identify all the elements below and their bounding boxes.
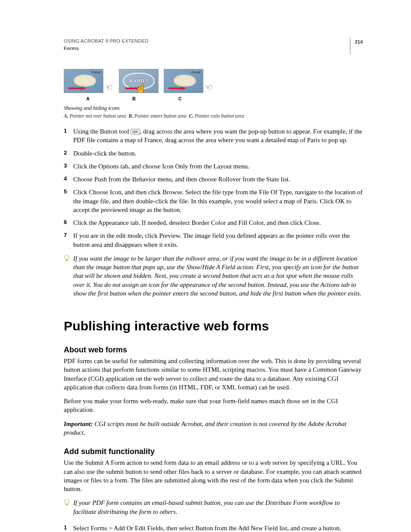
arrow-icon <box>68 87 87 90</box>
figure-showing-hiding-icons: Kauai ☜ KAHILI ☝ Kauai ☜ <box>64 69 363 119</box>
island-shape-icon <box>74 75 96 87</box>
heading-about-web-forms: About web forms <box>64 345 363 355</box>
steps-list: Using the Button tool OK, drag across th… <box>64 127 363 249</box>
figure-caption: Showing and hiding icons <box>64 105 363 112</box>
step-1-pre: Using the Button tool <box>73 128 131 135</box>
important-text: CGI scripts must be built outside Acroba… <box>64 420 346 436</box>
legend-a-text: Pointer not over button area <box>69 113 126 118</box>
tip-rollover: If you want the image to be larger than … <box>64 254 363 298</box>
submit-steps: Select Forms > Add Or Edit Fields, then … <box>64 524 363 532</box>
tip-rollover-text: If you want the image to be larger than … <box>73 255 361 297</box>
important-label: Important: <box>64 420 93 427</box>
ok-button-icon: OK <box>131 129 140 135</box>
running-head-left: USING ACROBAT 9 PRO EXTENDED Forms <box>64 38 149 52</box>
thumb-a-map-label: Kauai <box>92 70 100 75</box>
step-3: Click the Options tab, and choose Icon O… <box>64 162 363 171</box>
svg-rect-2 <box>66 504 68 505</box>
lightbulb-icon <box>64 499 70 507</box>
step-7: If you are in the edit mode, click Previ… <box>64 231 363 249</box>
running-head: USING ACROBAT 9 PRO EXTENDED Forms 214 <box>64 38 363 54</box>
thumb-b: KAHILI ☝ <box>119 69 159 93</box>
thumb-label-b: B <box>112 96 156 102</box>
hand-cursor-icon: ☝ <box>135 84 146 93</box>
tip-distribute-text: If your PDF form contains an email-based… <box>73 499 340 515</box>
step-1: Using the Button tool OK, drag across th… <box>64 127 363 145</box>
svg-rect-1 <box>66 261 68 261</box>
page: USING ACROBAT 9 PRO EXTENDED Forms 214 K… <box>0 0 411 532</box>
product-name: USING ACROBAT 9 PRO EXTENDED <box>64 38 149 44</box>
about-p1: PDF forms can be useful for submitting a… <box>64 357 363 392</box>
heading-publishing: Publishing interactive web forms <box>64 317 363 335</box>
legend-a-bold: A. <box>64 113 68 118</box>
heading-add-submit: Add submit functionality <box>64 446 363 457</box>
page-number: 214 <box>350 38 363 54</box>
svg-rect-3 <box>66 505 68 506</box>
figure-thumbnails: Kauai ☜ KAHILI ☝ Kauai ☜ <box>64 69 363 93</box>
thumb-c: Kauai <box>164 69 203 93</box>
legend-c-text: Pointer exits button area <box>195 113 244 118</box>
arrow-icon <box>168 87 187 90</box>
submit-step-1: Select Forms > Add Or Edit Fields, then … <box>64 524 363 532</box>
step-4: Choose Push from the Behavior menu, and … <box>64 175 363 184</box>
thumb-a: Kauai <box>64 69 103 93</box>
hand-cursor-icon: ☜ <box>104 83 113 92</box>
about-important: Important: CGI scripts must be built out… <box>64 420 363 437</box>
legend-b-bold: B. <box>128 113 133 118</box>
thumb-c-wrap: Kauai ☜ <box>164 69 214 93</box>
thumb-c-map-label: Kauai <box>192 70 200 75</box>
step-5: Click Choose Icon, and then click Browse… <box>64 188 363 214</box>
figure-legend: A. Pointer not over button area B. Point… <box>64 113 363 120</box>
thumb-a-wrap: Kauai ☜ <box>64 69 114 93</box>
badge-text: KAHILI <box>129 78 148 84</box>
about-p2: Before you make your forms web-ready, ma… <box>64 397 363 414</box>
submit-p1: Use the Submit A Form action to send for… <box>64 458 363 493</box>
tip-distribute: If your PDF form contains an email-based… <box>64 498 363 516</box>
section-name: Forms <box>64 45 149 52</box>
thumb-b-wrap: KAHILI ☝ <box>119 69 159 93</box>
legend-c-bold: C. <box>189 113 194 118</box>
thumb-label-c: C <box>156 96 204 102</box>
thumb-labels: A B C <box>64 96 363 102</box>
lightbulb-icon <box>64 255 70 262</box>
thumb-label-a: A <box>64 96 112 102</box>
step-2: Double-click the button. <box>64 149 363 158</box>
hand-cursor-icon: ☜ <box>204 83 213 92</box>
svg-rect-0 <box>66 260 68 260</box>
legend-b-text: Pointer enters button area <box>134 113 187 118</box>
island-shape-icon <box>174 75 196 87</box>
step-6: Click the Appearance tab. If needed, des… <box>64 218 363 227</box>
